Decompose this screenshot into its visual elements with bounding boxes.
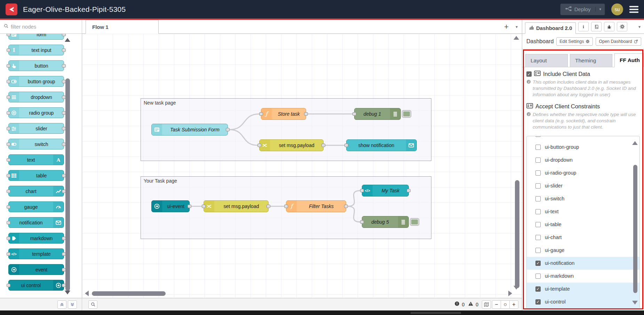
input-port[interactable] [352,112,356,116]
input-port[interactable] [7,174,10,177]
ui-slider-checkbox[interactable] [535,183,541,189]
canvas-scroll-up-icon[interactable] [514,36,519,40]
ui-button-group-checkbox[interactable] [535,145,541,150]
palette-node-button-group[interactable]: button group [8,76,64,87]
palette-node-form[interactable]: form [8,34,64,40]
input-port[interactable] [7,221,10,224]
input-port[interactable] [7,64,10,68]
tab-layout[interactable]: Layout [525,54,568,67]
flow-node-dbg1[interactable]: debug 1 [354,108,401,120]
input-port[interactable] [259,112,263,116]
flow-node-uievent[interactable]: ui-event [151,200,190,212]
ui-gauge-checkbox[interactable] [535,248,541,253]
debug-tab-button[interactable] [604,22,614,31]
output-port[interactable] [226,128,230,131]
list-scroll-up-icon[interactable] [632,141,638,145]
canvas-scroll-left-icon[interactable] [85,291,89,296]
output-port[interactable] [62,48,66,52]
flow-node-tsf[interactable]: Task Submission Form [151,124,228,136]
zoom-search-button[interactable] [88,300,97,309]
palette-node-ui-control[interactable]: ui control [8,280,64,291]
output-port[interactable] [62,64,66,68]
palette-node-slider[interactable]: slider [8,123,64,134]
canvas-scroll-down-icon[interactable] [514,286,519,290]
palette-node-table[interactable]: table [8,170,64,181]
output-port[interactable] [344,205,348,208]
palette-search[interactable] [0,20,82,34]
flow-node-mytask[interactable]: </>My Task [362,185,409,197]
canvas-vertical-scrollbar[interactable] [515,180,519,288]
settings-tab-button[interactable] [617,22,627,31]
open-dashboard-button[interactable]: Open Dashboard [596,37,641,46]
output-port[interactable] [267,205,270,208]
flow-canvas[interactable]: New task pageYour Task pageTask Submissi… [82,34,522,298]
palette-node-text[interactable]: Atext [8,154,64,165]
ui-notification-checkbox[interactable]: ✓ [535,261,541,266]
input-port[interactable] [7,127,10,130]
palette-node-markdown[interactable]: markdown [8,233,64,244]
input-port[interactable] [7,252,10,256]
avatar[interactable]: su [611,3,623,15]
zoom-out-button[interactable]: − [492,300,501,309]
ui-table-checkbox[interactable] [535,222,541,227]
tab-theming[interactable]: Theming [570,54,612,67]
sidebar-options-caret[interactable]: ▾ [638,24,641,29]
ui-markdown-checkbox[interactable] [535,274,541,279]
palette-node-dropdown[interactable]: dropdown [8,92,64,102]
info-tab-button[interactable]: i [578,22,589,31]
edit-settings-button[interactable]: Edit Settings [556,37,593,46]
tab-ff-auth[interactable]: FF Auth [614,53,644,67]
palette-node-event[interactable]: event [8,264,64,275]
input-port[interactable] [257,144,261,147]
list-scrollbar[interactable] [633,165,637,293]
flow-list-caret[interactable]: ▾ [516,24,518,29]
input-port[interactable] [7,95,10,99]
input-port[interactable] [344,144,348,147]
input-port[interactable] [7,143,10,146]
debug-toggle-button[interactable] [410,218,419,226]
ui-control-checkbox[interactable]: ✓ [535,299,541,305]
palette-node-notification[interactable]: notification [8,217,64,228]
ui-radio-group-checkbox[interactable] [535,170,541,176]
flow-node-notif[interactable]: show notification [346,139,417,151]
palette-scrollbar[interactable] [65,78,70,291]
input-port[interactable] [7,34,10,36]
input-port[interactable] [7,80,10,83]
collapse-all-button[interactable] [57,300,66,309]
canvas-scroll-right-icon[interactable] [508,291,512,296]
palette-search-input[interactable] [11,24,70,30]
input-port[interactable] [7,205,10,209]
flow-node-store[interactable]: ƒStore task [261,108,306,120]
deploy-options-caret[interactable]: ▾ [595,7,605,11]
deploy-button[interactable]: Deploy ▾ [560,3,605,15]
flow-node-set2[interactable]: set msg.payload [204,200,269,212]
input-port[interactable] [360,220,364,224]
input-port[interactable] [7,284,10,287]
palette-node-template[interactable]: </>template [8,248,64,259]
palette-node-text-input[interactable]: Itext input [8,45,64,55]
output-port[interactable] [304,112,308,116]
palette-scroll-up-icon[interactable] [65,38,70,42]
input-port[interactable] [7,48,10,52]
input-port[interactable] [7,190,10,193]
add-flow-button[interactable]: + [504,23,509,31]
input-port[interactable] [202,205,206,208]
output-port[interactable] [321,144,325,147]
flow-node-set1[interactable]: set msg.payload [259,139,324,151]
input-port[interactable] [7,237,10,240]
flow-node-filter[interactable]: ƒFilter Tasks [286,200,346,212]
expand-all-button[interactable] [68,300,77,309]
main-menu-icon[interactable] [629,6,638,13]
output-port[interactable] [62,34,66,36]
output-port[interactable] [188,205,191,208]
palette-scroll-down-icon[interactable] [65,291,70,294]
tab-flow-1[interactable]: Flow 1 [86,20,159,34]
debug-toggle-button[interactable] [402,110,411,118]
ui-template-checkbox[interactable]: ✓ [535,286,541,292]
palette-node-gauge[interactable]: gauge [8,201,64,212]
palette-node-chart[interactable]: chart [8,186,64,197]
zoom-reset-button[interactable]: ○ [501,300,510,309]
input-port[interactable] [360,189,364,192]
palette-node-button[interactable]: button [8,60,64,71]
list-scroll-down-icon[interactable] [632,301,638,305]
